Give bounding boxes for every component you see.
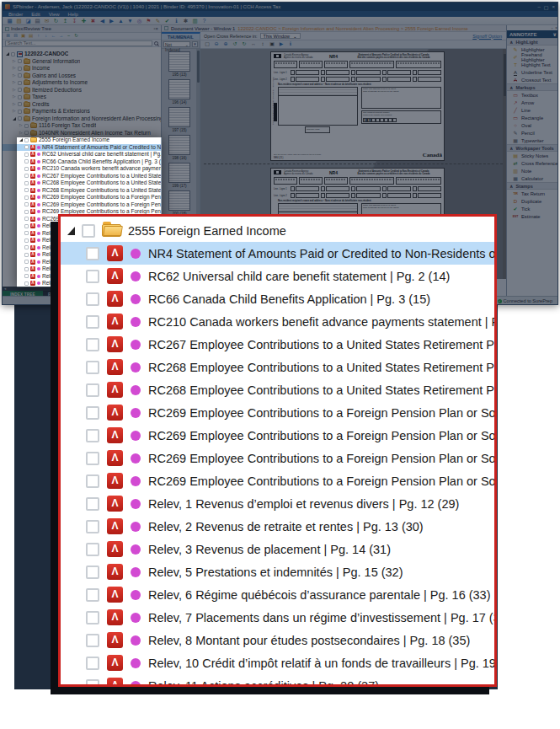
checkbox[interactable]	[86, 383, 99, 397]
expanded-icon[interactable]	[13, 117, 16, 121]
page-info-icon[interactable]: ℹ	[287, 40, 294, 48]
prev-icon[interactable]: ◀	[99, 18, 106, 24]
overlay-doc-row[interactable]: RC269 Employee Contributions to a Foreig…	[61, 469, 494, 492]
annotate-tool[interactable]: ○ Oval	[507, 121, 558, 129]
checkbox[interactable]	[24, 188, 29, 192]
collapsed-icon[interactable]: ▷	[13, 101, 16, 109]
tree-document[interactable]: RC268 Employee Contributions to a United…	[3, 187, 161, 195]
checkbox[interactable]	[24, 260, 29, 264]
overlay-doc-row[interactable]: RC267 Employee Contributions to a United…	[61, 333, 494, 356]
collapsed-icon[interactable]: ▷	[19, 130, 23, 137]
tree-folder[interactable]: ▷ 1116 Foreign Tax Credit	[3, 122, 161, 130]
zoom-out-icon[interactable]: ⊖	[213, 40, 220, 48]
close-icon[interactable]: ×	[552, 4, 555, 10]
checkbox[interactable]	[24, 231, 29, 235]
move-up-icon[interactable]: ▲	[117, 18, 125, 24]
overlay-doc-row[interactable]: Relev, 7 Placements dans un régime d’inv…	[61, 606, 494, 629]
demote-icon[interactable]: →	[58, 33, 64, 39]
collapsed-icon[interactable]: ▷	[13, 108, 16, 115]
annotate-tool[interactable]: T/R Tax Return	[507, 190, 558, 197]
section-stamps[interactable]: ∧ Stamps	[507, 182, 558, 190]
checkbox[interactable]	[18, 102, 22, 106]
annotate-tool[interactable]: ▦ Typewriter	[507, 137, 558, 144]
checkbox[interactable]	[24, 131, 29, 135]
move-down-icon[interactable]: ▼	[126, 18, 134, 24]
menu-item[interactable]: View	[45, 12, 63, 17]
scrollbar-thumb[interactable]	[197, 51, 200, 83]
upload-icon[interactable]: ↥	[61, 18, 69, 24]
add-folder-icon[interactable]: ▤	[28, 33, 34, 39]
thumbnail-image[interactable]	[168, 107, 190, 127]
checkbox[interactable]	[18, 59, 22, 63]
annotate-tool[interactable]: ▭ Textbox	[507, 91, 558, 99]
page-thumbnail[interactable]: 196 (14)	[167, 79, 192, 105]
expanded-icon[interactable]	[67, 227, 75, 235]
checkbox[interactable]	[86, 292, 99, 306]
checkbox[interactable]	[86, 406, 99, 420]
menu-item[interactable]: Edit	[28, 12, 43, 17]
grid-icon[interactable]: ▥	[191, 18, 199, 24]
breadcrumb[interactable]: 122022-CANDOC > Foreign Information and …	[237, 26, 468, 31]
checkbox[interactable]	[24, 196, 29, 200]
checkbox[interactable]	[24, 274, 29, 278]
overlay-folder-row[interactable]: 2555 Foreign Earned Income	[61, 219, 494, 242]
download-icon[interactable]: ↧	[71, 18, 78, 24]
overlay-doc-row[interactable]: RC210 Canada workers benefit advance pay…	[61, 310, 494, 333]
not-indexed-dropdown[interactable]: Not Indexed ⌄	[163, 41, 190, 47]
overlay-doc-row[interactable]: Relev, 11 Actions accréditives | Pg. 20 …	[61, 674, 494, 687]
checkbox[interactable]	[86, 634, 99, 647]
tree-document[interactable]: RC267 Employee Contributions to a United…	[3, 173, 161, 180]
annotate-tool[interactable]: ▤ Sticky Notes	[507, 152, 558, 159]
tree-folder[interactable]: ▷ Gains and Losses	[3, 72, 161, 80]
select-icon[interactable]: ▢	[204, 40, 211, 48]
overlay-doc-row[interactable]: Relev, 1 Revenus d’emploi et revenus div…	[61, 492, 494, 515]
checkbox[interactable]	[24, 202, 29, 206]
actual-size-icon[interactable]: ▣	[269, 40, 275, 48]
save-icon[interactable]: ◪	[24, 18, 32, 24]
promote-icon[interactable]: ←	[51, 33, 56, 39]
pin-icon[interactable]: ▫	[552, 26, 553, 30]
edit-icon[interactable]: ✎	[154, 18, 162, 24]
overlay-doc-row[interactable]: Relev, 3 Revenus de placement | Pg. 14 (…	[61, 538, 494, 560]
thumbnail-image[interactable]	[168, 135, 190, 155]
tree-folder-foreign[interactable]: Foreign Information and Nonresident Alie…	[3, 115, 161, 123]
folder-up-icon[interactable]: ↑	[35, 33, 41, 39]
thumbnail-image[interactable]	[168, 51, 190, 72]
minimize-icon[interactable]: –	[537, 4, 540, 10]
checkbox[interactable]	[24, 153, 29, 157]
next-icon[interactable]: ▶	[108, 18, 115, 24]
checkbox[interactable]	[11, 52, 15, 56]
checkbox[interactable]	[86, 270, 99, 283]
overlay-doc-row[interactable]: Relev, 6 Régime québécois d’assurance pa…	[61, 583, 494, 606]
checkbox[interactable]	[18, 110, 22, 114]
thumbnail-image[interactable]	[168, 163, 190, 183]
flag-icon[interactable]: ⚑	[145, 18, 152, 24]
tab-thumbnail[interactable]: THUMBNAIL	[162, 32, 200, 40]
checkbox[interactable]	[86, 247, 99, 260]
collapsed-icon[interactable]: ▷	[19, 122, 23, 130]
annotate-header[interactable]: ANNOTATE ∨	[507, 30, 558, 38]
checkbox[interactable]	[86, 657, 99, 670]
annotate-tool[interactable]: ▥ Note	[507, 167, 558, 174]
tree-folder[interactable]: ▷ Adjustments to Income	[3, 79, 161, 87]
overlay-doc-row[interactable]: Relev, 10 Crédit d’impôt relatif à un fo…	[61, 651, 494, 674]
checkbox[interactable]	[86, 361, 99, 374]
tree-document[interactable]: RC66 Canada Child Benefits Application |…	[3, 158, 161, 166]
zoom-in-icon[interactable]: ⊕	[222, 40, 229, 48]
page-thumbnail[interactable]: 198 (16)	[167, 135, 192, 160]
open-binder-icon[interactable]: ▧	[15, 18, 23, 24]
collapsed-icon[interactable]: ▷	[13, 87, 16, 94]
checkbox[interactable]	[86, 497, 99, 511]
folder-down-icon[interactable]: ↓	[43, 33, 49, 39]
checkbox[interactable]	[86, 588, 99, 602]
nr4-form-page-1[interactable]: Canada Revenue AgencyAgence du revenu du…	[270, 51, 445, 161]
overlay-doc-row[interactable]: RC268 Employee Contributions to a United…	[61, 356, 494, 378]
checkbox[interactable]	[86, 543, 99, 556]
annotate-tool[interactable]: D Duplicate	[507, 197, 558, 205]
filter-icon[interactable]: ▼	[192, 41, 198, 47]
tree-folder[interactable]: ▷ General Information	[3, 58, 161, 66]
checkbox[interactable]	[24, 167, 29, 171]
section-markups[interactable]: ∧ Markups	[507, 83, 558, 91]
search-input[interactable]	[5, 40, 152, 46]
thumbnail-image[interactable]	[168, 79, 190, 99]
